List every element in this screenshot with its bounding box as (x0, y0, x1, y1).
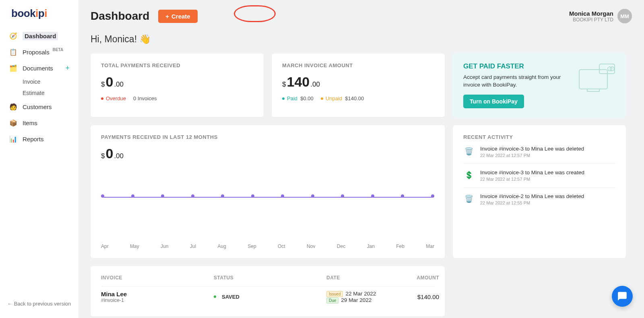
activity-item[interactable]: 🗑️Invoice #invoice-3 to Mina Lee was del… (463, 140, 615, 164)
turn-on-bookipay-button[interactable]: Turn on BookiPay (463, 95, 524, 108)
items-icon: 📦 (9, 118, 18, 127)
activity-item[interactable]: 🗑️Invoice #invoice-2 to Mina Lee was del… (463, 188, 615, 211)
clipboard-icon: 📋 (9, 47, 18, 56)
sidebar: bookipi 🧭 Dashboard 📋 Proposals BETA 🗂️ … (0, 0, 78, 318)
amount-decimal: .00 (114, 152, 124, 160)
month-label: Sep (248, 244, 256, 249)
activity-item[interactable]: 💲Invoice #invoice-3 to Mina Lee was crea… (463, 164, 615, 188)
month-label: Mar (426, 244, 434, 249)
chart-point (251, 194, 254, 198)
amount-whole: 0 (105, 146, 113, 161)
documents-icon: 🗂️ (9, 64, 18, 72)
recent-activity-card: RECENT ACTIVITY 🗑️Invoice #invoice-3 to … (453, 125, 626, 258)
sidebar-item-label: Documents (23, 65, 53, 72)
currency: $ (282, 81, 286, 89)
amount-whole: 0 (105, 74, 113, 90)
date-cell: Issued22 Mar 2022 Due29 Mar 2022 (326, 291, 399, 304)
back-previous-version-link[interactable]: Back to previous version (0, 297, 78, 311)
th-invoice: INVOICE (101, 275, 214, 281)
th-status: STATUS (214, 275, 326, 281)
th-amount: AMOUNT (399, 275, 439, 281)
sidebar-sub-invoice[interactable]: Invoice (0, 76, 78, 87)
sidebar-item-reports[interactable]: 📊 Reports (0, 131, 78, 147)
chart-point (311, 194, 314, 198)
month-label: Jan (367, 244, 375, 249)
chart-point (281, 194, 284, 198)
month-label: Apr (101, 244, 109, 249)
chart-point (101, 194, 104, 198)
chat-icon (617, 291, 627, 301)
create-button[interactable]: + Create (158, 10, 197, 23)
overdue-label: Overdue (106, 95, 126, 101)
amount-cell: $140.00 (399, 293, 439, 300)
sidebar-sub-estimate[interactable]: Estimate (0, 87, 78, 99)
card-title: PAYMENTS RECEIVED IN LAST 12 MONTHS (101, 134, 434, 140)
sidebar-item-label: Proposals (23, 49, 50, 56)
chart-point (371, 194, 374, 198)
month-label: Jul (190, 244, 196, 249)
create-button-label: Create (171, 13, 190, 20)
month-label: Aug (218, 244, 226, 249)
client-name: Mina Lee (101, 291, 214, 297)
trash-icon: 🗑️ (463, 146, 475, 157)
activity-text: Invoice #invoice-2 to Mina Lee was delet… (480, 193, 584, 199)
status-cell: SAVED (214, 294, 326, 300)
month-invoice-card: MARCH INVOICE AMOUNT $ 140 .00 Paid $0.0… (272, 54, 445, 117)
sidebar-item-label: Items (23, 120, 37, 126)
month-label: Dec (337, 244, 345, 249)
chart-point (161, 194, 164, 198)
main-content: Dashboard + Create Monica Morgan BOOKIPI… (78, 0, 644, 318)
sidebar-item-label: Customers (23, 103, 52, 110)
page-title: Dashboard (91, 10, 149, 23)
activity-text: Invoice #invoice-3 to Mina Lee was creat… (480, 169, 584, 176)
payments-chart-card: PAYMENTS RECEIVED IN LAST 12 MONTHS $ 0 … (91, 125, 445, 258)
month-label: May (130, 244, 139, 249)
paid-label: Paid (287, 95, 297, 101)
beta-badge: BETA (53, 47, 63, 52)
month-label: Nov (307, 244, 315, 249)
greeting: Hi, Monica! 👋 (91, 34, 632, 45)
card-title: RECENT ACTIVITY (463, 134, 615, 140)
invoice-number: #invoice-1 (101, 297, 214, 303)
bookipay-promo-card: GET PAID FASTER Accept card payments str… (453, 54, 626, 117)
chart-point (191, 194, 194, 198)
dashboard-icon: 🧭 (9, 31, 18, 40)
currency: $ (101, 81, 105, 89)
card-title: TOTAL PAYMENTS RECEIVED (101, 62, 253, 68)
sidebar-item-items[interactable]: 📦 Items (0, 115, 78, 131)
activity-text: Invoice #invoice-3 to Mina Lee was delet… (480, 146, 584, 152)
unpaid-label: Unpaid (326, 95, 342, 101)
chart-point (401, 194, 404, 198)
chart-point (431, 194, 434, 198)
sidebar-item-customers[interactable]: 🧑 Customers (0, 99, 78, 115)
issued-tag: Issued (326, 291, 343, 297)
activity-time: 22 Mar 2022 at 12:55 PM (480, 200, 584, 205)
add-document-icon[interactable]: + (65, 64, 70, 72)
line-chart (101, 169, 434, 241)
avatar[interactable]: MM (617, 9, 632, 23)
sidebar-item-documents[interactable]: 🗂️ Documents + (0, 60, 78, 76)
overdue-value: 0 Invoices (133, 95, 157, 101)
month-label: Oct (278, 244, 285, 249)
currency: $ (101, 152, 105, 160)
plus-icon: + (165, 13, 169, 20)
user-name: Monica Morgan (569, 10, 613, 17)
table-row[interactable]: Mina Lee#invoice-1 SAVED Issued22 Mar 20… (101, 286, 434, 308)
due-tag: Due (326, 297, 339, 304)
company-name: BOOKIPI PTY LTD (569, 17, 613, 23)
chat-widget-button[interactable] (612, 286, 633, 307)
activity-time: 22 Mar 2022 at 12:57 PM (480, 153, 584, 158)
chart-point (341, 194, 344, 198)
unpaid-value: $140.00 (345, 95, 364, 101)
th-date: DATE (326, 275, 399, 281)
logo[interactable]: bookipi (0, 7, 78, 28)
promo-text: Accept card payments straight from your … (463, 74, 564, 89)
sidebar-item-proposals[interactable]: 📋 Proposals BETA (0, 44, 78, 60)
chart-point (221, 194, 224, 198)
invoice-icon: 💲 (463, 169, 475, 181)
amount-decimal: .00 (310, 81, 320, 89)
chart-point (131, 194, 134, 198)
amount-decimal: .00 (114, 81, 124, 89)
sidebar-item-dashboard[interactable]: 🧭 Dashboard (0, 28, 78, 44)
user-menu[interactable]: Monica Morgan BOOKIPI PTY LTD MM (569, 9, 632, 23)
